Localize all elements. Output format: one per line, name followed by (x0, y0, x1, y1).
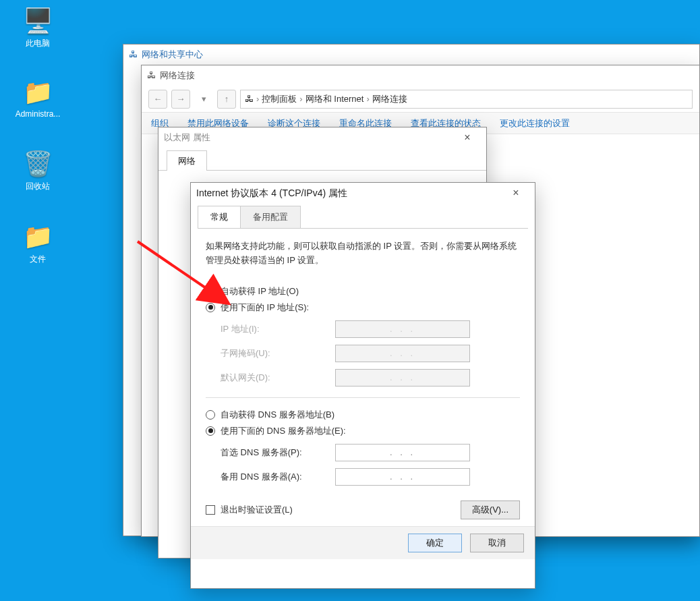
titlebar[interactable]: 🖧 网络连接 (142, 65, 699, 86)
field-label: 默认网关(D): (221, 372, 335, 384)
nav-back-button[interactable]: ← (148, 90, 167, 109)
radio-label: 使用下面的 IP 地址(S): (221, 302, 309, 314)
alt-dns-input[interactable]: . . . (335, 468, 470, 486)
desktop-icon-file[interactable]: 📁 文件 (12, 223, 63, 265)
dialog-body: 如果网络支持此功能，则可以获取自动指派的 IP 设置。否则，你需要从网络系统管理… (191, 229, 535, 526)
window-title: 网络和共享中心 (142, 45, 203, 65)
titlebar[interactable]: 🖧 网络和共享中心 (123, 45, 699, 65)
radio-label: 使用下面的 DNS 服务器地址(E): (221, 425, 346, 437)
field-label: 子网掩码(U): (221, 347, 335, 360)
dialog-ipv4-properties[interactable]: Internet 协议版本 4 (TCP/IPv4) 属性 × 常规 备用配置 … (190, 182, 535, 589)
titlebar[interactable]: Internet 协议版本 4 (TCP/IPv4) 属性 × (191, 183, 535, 203)
field-label: IP 地址(I): (221, 323, 335, 335)
advanced-button[interactable]: 高级(V)... (461, 500, 520, 519)
network-icon: 🖧 (245, 94, 254, 104)
radio-ip-auto[interactable] (206, 287, 215, 296)
nav-row: ← → ▾ ↑ 🖧 › 控制面板 › 网络和 Internet › 网络连接 (142, 86, 699, 113)
radio-row-dns-auto[interactable]: 自动获得 DNS 服务器地址(B) (206, 409, 520, 421)
description-text: 如果网络支持此功能，则可以获取自动指派的 IP 设置。否则，你需要从网络系统管理… (206, 239, 520, 268)
tab-alternate[interactable]: 备用配置 (240, 206, 301, 228)
default-gateway-input[interactable]: . . . (335, 369, 470, 387)
crumb-control-panel[interactable]: 控制面板 (262, 93, 297, 105)
desktop-icon-label: 回收站 (26, 181, 50, 191)
desktop-icon-pc[interactable]: 🖥️ 此电脑 (12, 7, 63, 49)
tab-general[interactable]: 常规 (198, 206, 241, 228)
cmd-change-settings[interactable]: 更改此连接的设置 (500, 117, 570, 130)
dialog-title: Internet 协议版本 4 (TCP/IPv4) 属性 (196, 183, 347, 203)
desktop-icon-admin[interactable]: 📁 Administra... (12, 78, 63, 119)
radio-dns-auto[interactable] (206, 410, 215, 420)
chevron-right-icon: › (299, 94, 302, 104)
tab-row: 常规 备用配置 (198, 206, 528, 229)
ip-address-input[interactable]: . . . (335, 320, 470, 338)
radio-label: 自动获得 DNS 服务器地址(B) (221, 409, 334, 421)
desktop-icon-label: 此电脑 (26, 38, 50, 48)
titlebar[interactable]: 以太网 属性 × (158, 127, 486, 148)
dialog-button-row: 确定 取消 (191, 526, 535, 559)
radio-ip-manual[interactable] (206, 303, 215, 312)
radio-label: 自动获得 IP 地址(O) (221, 285, 299, 297)
recycle-icon: 🗑️ (12, 150, 63, 178)
nav-forward-button[interactable]: → (171, 90, 190, 109)
field-ip-address: IP 地址(I): . . . (221, 320, 520, 338)
chevron-right-icon: › (256, 94, 259, 104)
field-subnet-mask: 子网掩码(U): . . . (221, 345, 520, 362)
tab-network[interactable]: 网络 (167, 150, 207, 171)
field-alt-dns: 备用 DNS 服务器(A): . . . (221, 468, 520, 486)
field-label: 备用 DNS 服务器(A): (221, 471, 335, 483)
window-title: 网络连接 (160, 65, 195, 86)
desktop-icon-recycle[interactable]: 🗑️ 回收站 (12, 150, 63, 192)
desktop-icon-label: Administra... (16, 109, 61, 119)
radio-row-ip-auto[interactable]: 自动获得 IP 地址(O) (206, 285, 520, 297)
preferred-dns-input[interactable]: . . . (335, 444, 470, 461)
ok-button[interactable]: 确定 (408, 534, 462, 552)
monitor-icon: 🖧 (129, 45, 138, 65)
chevron-right-icon: › (366, 94, 369, 104)
field-preferred-dns: 首选 DNS 服务器(P): . . . (221, 444, 520, 461)
desktop-icon-label: 文件 (30, 254, 46, 264)
nav-up-button[interactable]: ↑ (217, 90, 236, 109)
divider (206, 397, 520, 398)
checkbox-validate-on-exit[interactable] (206, 505, 215, 515)
cancel-button[interactable]: 取消 (470, 534, 524, 552)
pc-icon: 🖥️ (12, 7, 63, 35)
window-title: 以太网 属性 (164, 127, 210, 148)
network-icon: 🖧 (147, 65, 156, 86)
field-label: 首选 DNS 服务器(P): (221, 447, 335, 459)
close-button[interactable]: × (502, 183, 529, 203)
folder-icon: 📁 (12, 78, 63, 107)
radio-row-ip-manual[interactable]: 使用下面的 IP 地址(S): (206, 302, 520, 314)
field-default-gateway: 默认网关(D): . . . (221, 369, 520, 387)
nav-history-dropdown[interactable]: ▾ (194, 90, 213, 109)
close-button[interactable]: × (454, 127, 481, 148)
radio-row-dns-manual[interactable]: 使用下面的 DNS 服务器地址(E): (206, 425, 520, 437)
crumb-net-conn[interactable]: 网络连接 (372, 93, 407, 105)
subnet-mask-input[interactable]: . . . (335, 345, 470, 362)
breadcrumb[interactable]: 🖧 › 控制面板 › 网络和 Internet › 网络连接 (240, 90, 693, 109)
tab-row: 网络 (158, 148, 486, 171)
crumb-net-internet[interactable]: 网络和 Internet (305, 93, 364, 105)
checkbox-label: 退出时验证设置(L) (221, 504, 293, 516)
folder-icon: 📁 (12, 223, 63, 251)
radio-dns-manual[interactable] (206, 426, 215, 436)
